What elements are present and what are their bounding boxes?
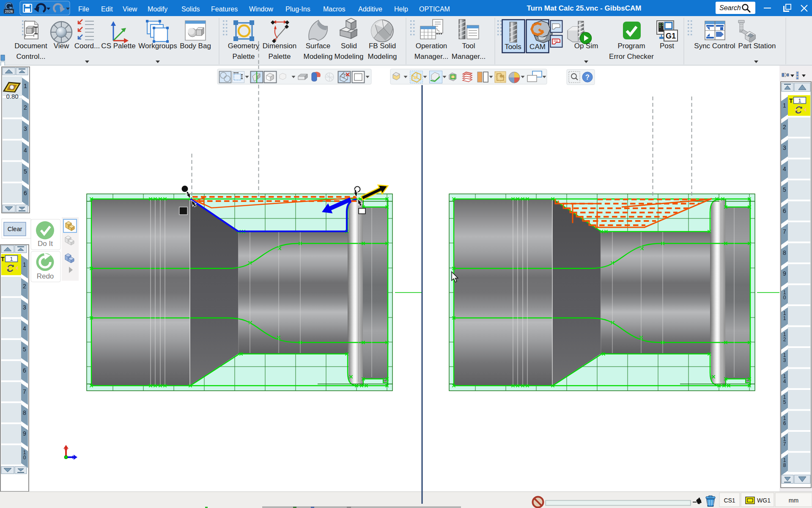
svg-text:Body Bag: Body Bag — [180, 42, 211, 50]
svg-text:9: 9 — [23, 430, 26, 437]
svg-text:4: 4 — [783, 166, 786, 172]
svg-text:1: 1 — [23, 261, 26, 268]
svg-text:7: 7 — [23, 388, 26, 395]
svg-text:Error Checker: Error Checker — [609, 52, 654, 61]
svg-text:8: 8 — [23, 409, 26, 416]
svg-text:Macros: Macros — [323, 6, 345, 13]
svg-text:6: 6 — [23, 367, 26, 374]
svg-text:Window: Window — [249, 6, 273, 13]
svg-text:Tool: Tool — [462, 42, 475, 50]
svg-text:?: ? — [585, 74, 590, 81]
svg-text:Manager...: Manager... — [452, 52, 486, 61]
svg-text:Help: Help — [394, 6, 408, 13]
svg-text:7: 7 — [783, 228, 786, 235]
svg-text:Palette: Palette — [233, 52, 255, 61]
svg-text:Turn Mat Calc 25.vnc - GibbsCA: Turn Mat Calc 25.vnc - GibbsCAM — [527, 4, 642, 12]
svg-text:3: 3 — [23, 304, 26, 311]
svg-text:Search: Search — [719, 4, 741, 11]
svg-text:5: 5 — [783, 399, 786, 405]
svg-text:9: 9 — [783, 270, 786, 277]
svg-text:CS1: CS1 — [724, 497, 735, 504]
svg-text:4: 4 — [783, 378, 786, 384]
svg-text:Solids: Solids — [181, 6, 200, 13]
svg-text:Surface: Surface — [306, 42, 331, 50]
svg-text:Coord...: Coord... — [74, 42, 100, 50]
svg-text:3: 3 — [24, 125, 27, 132]
svg-text:Sync Control: Sync Control — [694, 42, 735, 50]
svg-text:Post: Post — [660, 42, 674, 50]
svg-text:mm: mm — [789, 497, 798, 504]
svg-text:OPTICAM: OPTICAM — [419, 6, 450, 13]
svg-text:Modeling: Modeling — [304, 52, 333, 61]
svg-text:1: 1 — [783, 102, 786, 109]
svg-text:Op Sim: Op Sim — [574, 42, 598, 50]
svg-text:G1: G1 — [666, 32, 676, 40]
svg-text:3: 3 — [783, 144, 786, 151]
svg-text:File: File — [78, 6, 89, 13]
svg-text:CAM: CAM — [529, 43, 546, 51]
svg-text:2: 2 — [783, 124, 786, 130]
svg-text:1: 1 — [24, 83, 27, 89]
svg-text:8: 8 — [783, 249, 786, 256]
svg-text:WG1: WG1 — [757, 497, 771, 504]
svg-text:T: T — [1, 256, 5, 262]
svg-text:4: 4 — [23, 325, 26, 332]
svg-text:1: 1 — [798, 97, 801, 104]
svg-text:Solid: Solid — [341, 42, 357, 50]
svg-text:Workgroups: Workgroups — [138, 42, 177, 50]
svg-text:0: 0 — [783, 295, 786, 301]
svg-text:Control...: Control... — [16, 52, 46, 61]
svg-text:4: 4 — [24, 147, 27, 154]
svg-text:5: 5 — [23, 346, 26, 353]
svg-text:2: 2 — [23, 283, 26, 290]
svg-text:1: 1 — [10, 256, 13, 262]
svg-text:Dimension: Dimension — [263, 42, 296, 50]
svg-text:3: 3 — [783, 357, 786, 363]
svg-text:Tools: Tools — [505, 43, 521, 51]
svg-text:7: 7 — [783, 441, 786, 447]
svg-text:Program: Program — [617, 42, 645, 50]
svg-text:8: 8 — [783, 462, 786, 468]
svg-text:View: View — [54, 42, 69, 50]
svg-text:Additive: Additive — [358, 6, 382, 13]
svg-text:Geometry: Geometry — [228, 42, 260, 50]
svg-text:5: 5 — [783, 186, 786, 193]
svg-text:Palette: Palette — [269, 52, 291, 61]
svg-text:Modeling: Modeling — [368, 52, 397, 61]
svg-text:6: 6 — [783, 420, 786, 426]
svg-text:Modify: Modify — [148, 6, 167, 13]
svg-text:Do It: Do It — [38, 240, 53, 248]
svg-text:Document: Document — [14, 42, 47, 50]
svg-text:2: 2 — [783, 337, 786, 342]
svg-text:0.80: 0.80 — [6, 93, 18, 100]
svg-text:Manager...: Manager... — [414, 52, 448, 61]
svg-text:2: 2 — [24, 104, 27, 111]
svg-text:Plug-Ins: Plug-Ins — [285, 6, 310, 13]
svg-text:0: 0 — [23, 455, 26, 461]
svg-text:Clear: Clear — [8, 226, 22, 232]
svg-text:Modeling: Modeling — [335, 52, 364, 61]
svg-text:Part Station: Part Station — [738, 42, 776, 50]
svg-text:Operation: Operation — [416, 42, 447, 50]
svg-text:2026: 2026 — [5, 9, 13, 14]
svg-text:6: 6 — [783, 207, 786, 214]
svg-text:1: 1 — [783, 315, 786, 321]
svg-text:Features: Features — [211, 6, 238, 13]
svg-text:5: 5 — [24, 168, 27, 175]
svg-text:Edit: Edit — [101, 6, 113, 13]
svg-text:FB Solid: FB Solid — [369, 42, 396, 50]
svg-text:CS Palette: CS Palette — [101, 42, 135, 50]
svg-text:Redo: Redo — [37, 272, 54, 280]
svg-text:T: T — [789, 97, 793, 104]
svg-text:View: View — [123, 6, 137, 13]
svg-text:6: 6 — [24, 190, 27, 196]
